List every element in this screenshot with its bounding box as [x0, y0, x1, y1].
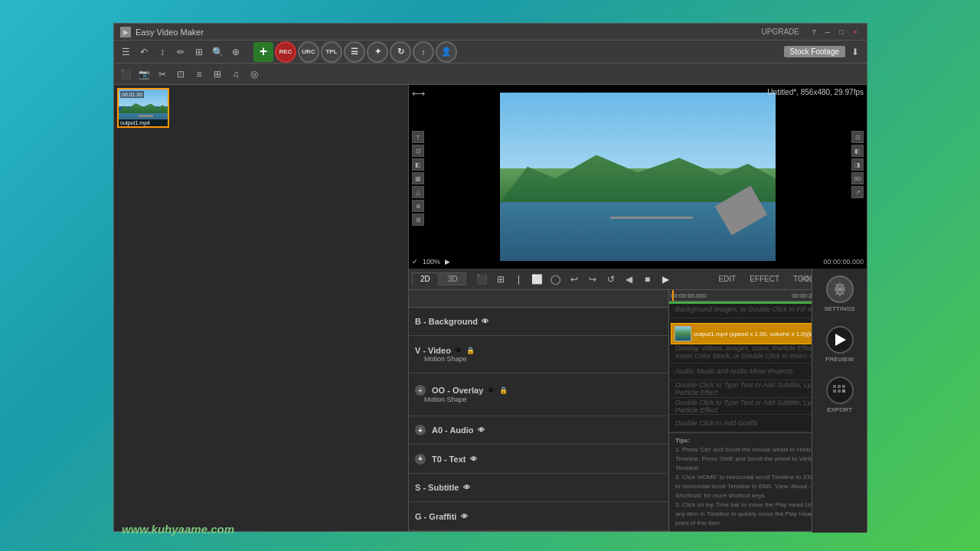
export-btn[interactable]: EXPORT — [821, 376, 859, 414]
camera-icon-btn[interactable]: ⬛ — [117, 66, 134, 83]
audio-wave-btn[interactable]: ♫ — [227, 66, 244, 83]
sky-layer — [500, 93, 776, 168]
subtitle-eye-icon[interactable]: 👁 — [462, 483, 471, 492]
grid-btn[interactable]: ⊞ — [209, 66, 226, 83]
timeline-ctrl-6[interactable]: ↩ — [566, 271, 583, 288]
target-btn[interactable]: ⊕ — [227, 44, 244, 60]
stop-btn[interactable]: ■ — [639, 271, 656, 288]
graffiti-eye-icon[interactable]: 👁 — [459, 512, 469, 521]
menu-icon-btn[interactable]: ☰ — [117, 44, 134, 60]
clock-btn[interactable]: ◎ — [246, 66, 263, 83]
rec-btn[interactable]: REC — [275, 41, 296, 63]
split-btn[interactable]: ⊞ — [191, 44, 207, 60]
sidebar-icon-7[interactable]: ⊞ — [412, 214, 424, 226]
overlay-lock-icon[interactable]: 🔒 — [498, 386, 508, 395]
upgrade-label[interactable]: UPGRADE — [762, 28, 799, 36]
left-panel: 00:01:00 output1.mp4 — [114, 85, 409, 531]
text-add-btn[interactable]: + — [415, 454, 426, 465]
svg-rect-5 — [838, 390, 841, 393]
toolbar-row-1: ☰ ↶ ↕ ✏ ⊞ 🔍 ⊕ + REC URC TPL ☰ ✦ ↻ ↑ 👤 St… — [114, 41, 867, 64]
sync-btn[interactable]: ↻ — [390, 41, 411, 63]
maximize-btn[interactable]: □ — [836, 27, 847, 37]
video-eye-icon[interactable]: 👁 — [454, 346, 463, 355]
bridge-element — [610, 217, 693, 219]
overlay-eye-icon[interactable]: 👁 — [486, 386, 495, 395]
timeline-labels: B - Background 👁 V - Video 👁 🔒 Motion Sh… — [409, 290, 669, 531]
tab-3d[interactable]: 3D — [439, 272, 466, 285]
right-sidebar-icon-5[interactable]: ↗ — [851, 186, 864, 198]
layout-btn[interactable]: ⊡ — [172, 66, 189, 83]
audio-eye-icon[interactable]: 👁 — [477, 425, 486, 435]
app-icon: ▶ — [120, 27, 131, 37]
sidebar-icon-2[interactable]: ⊡ — [412, 145, 424, 157]
timeline-ctrl-1[interactable]: ⬛ — [474, 271, 491, 288]
right-sidebar-icon-2[interactable]: ◧ — [851, 145, 864, 157]
settings-icon — [826, 276, 854, 303]
play-small-btn[interactable]: ▶ — [445, 258, 450, 266]
export-icon — [826, 377, 854, 404]
svg-rect-4 — [833, 390, 836, 393]
audio-add-btn[interactable]: + — [415, 425, 426, 435]
photo-btn[interactable]: 📷 — [136, 66, 152, 83]
add-btn[interactable]: + — [253, 42, 273, 62]
right-panel: ⟷ T T ⊡ ◧ ▦ △ ⊕ ⊞ — [409, 85, 867, 531]
preview-action-btn[interactable]: PREVIEW — [821, 325, 859, 364]
tpl-btn[interactable]: TPL — [321, 41, 342, 63]
list-btn[interactable]: ☰ — [344, 41, 365, 63]
sidebar-icon-4[interactable]: ▦ — [412, 172, 424, 184]
right-sidebar-icon-4[interactable]: 3D — [851, 172, 864, 184]
video-label: V - Video — [415, 346, 451, 355]
timeline-ctrl-2[interactable]: ⊞ — [492, 271, 509, 288]
settings-btn[interactable]: SETTINGS — [821, 275, 859, 313]
play-btn[interactable]: ▶ — [658, 271, 675, 288]
preview-title: Untitled*, 856x480, 29.97fps — [767, 88, 864, 96]
timeline-ctrl-3[interactable]: | — [511, 271, 528, 288]
timeline-ctrl-5[interactable]: ◯ — [547, 271, 564, 288]
urc-btn[interactable]: URC — [298, 41, 319, 63]
export-grid-icon — [832, 384, 848, 396]
track-label-subtitle: S - Subtitle 👁 — [409, 474, 668, 503]
expand-icon[interactable]: ⟷ — [412, 88, 425, 99]
play-triangle-icon — [835, 334, 846, 346]
import-btn[interactable]: ⬇ — [847, 44, 864, 60]
minimize-btn[interactable]: ─ — [822, 27, 833, 37]
main-area: 00:01:00 output1.mp4 ⟷ T — [114, 85, 867, 531]
preview-bottom-bar: ✓ 100% ▶ — [412, 258, 450, 266]
effect-tab[interactable]: EFFECT — [743, 273, 786, 285]
timeline-ctrl-8[interactable]: ↺ — [603, 271, 619, 288]
text-eye-icon[interactable]: 👁 — [469, 455, 478, 464]
star-btn[interactable]: ✦ — [367, 41, 388, 63]
background-eye-icon[interactable]: 👁 — [481, 317, 490, 326]
draw-btn[interactable]: ✏ — [172, 44, 189, 60]
track-label-background: B - Background 👁 — [409, 308, 668, 337]
playhead[interactable] — [672, 290, 674, 301]
view-tabs: 2D 3D — [412, 272, 466, 285]
search-btn[interactable]: 🔍 — [209, 44, 226, 60]
close-btn[interactable]: ✕ — [850, 27, 861, 37]
sidebar-icon-1[interactable]: T — [412, 131, 424, 143]
tab-2d[interactable]: 2D — [412, 272, 439, 285]
undo-btn[interactable]: ↶ — [136, 44, 152, 60]
cursor-btn[interactable]: ↕ — [154, 44, 171, 60]
help-btn[interactable]: ? — [808, 27, 819, 37]
timeline-area: B - Background 👁 V - Video 👁 🔒 Motion Sh… — [409, 290, 867, 531]
timeline-ctrl-4[interactable]: ⬜ — [529, 271, 546, 288]
edit-tab[interactable]: EDIT — [712, 273, 742, 285]
sidebar-icon-6[interactable]: ⊕ — [412, 200, 424, 212]
cut-btn[interactable]: ✂ — [154, 66, 171, 83]
upload-btn[interactable]: ↑ — [413, 41, 434, 63]
user-btn[interactable]: 👤 — [436, 41, 457, 63]
media-thumbnail[interactable]: 00:01:00 output1.mp4 — [117, 88, 169, 128]
timeline-ctrl-9[interactable]: ◀ — [621, 271, 638, 288]
overlay-add-btn[interactable]: + — [415, 385, 426, 396]
toolbar-row-2: ⬛ 📷 ✂ ⊡ ≡ ⊞ ♫ ◎ — [114, 64, 867, 85]
timeline-ctrl-7[interactable]: ↪ — [584, 271, 601, 288]
sidebar-icon-5[interactable]: △ — [412, 186, 424, 198]
video-lock-icon[interactable]: 🔒 — [466, 346, 475, 355]
right-sidebar-icon-3[interactable]: ◨ — [851, 158, 864, 171]
right-sidebar-icon-1[interactable]: ⊡ — [851, 131, 864, 143]
sidebar-icon-3[interactable]: ◧ — [412, 158, 424, 171]
preview-right-icons: ⊡ ◧ ◨ 3D ↗ — [851, 131, 864, 198]
list2-btn[interactable]: ≡ — [191, 66, 207, 83]
stock-footage-btn[interactable]: Stock Footage — [784, 46, 845, 57]
